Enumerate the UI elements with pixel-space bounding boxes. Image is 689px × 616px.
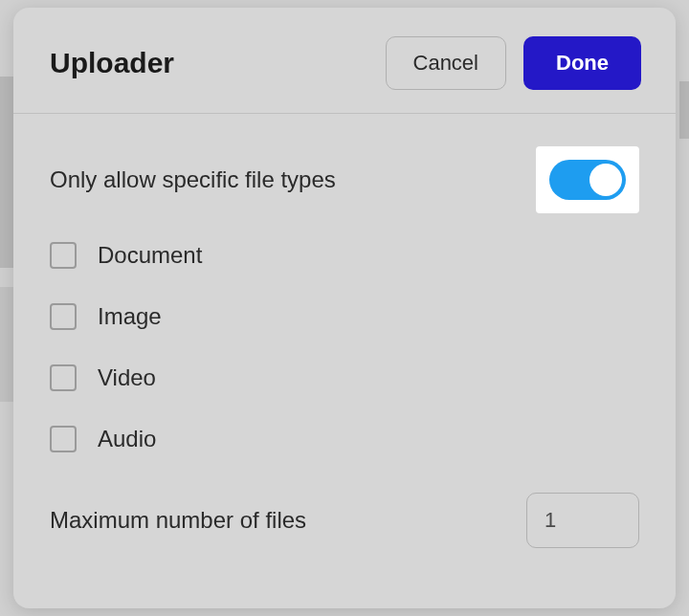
header-buttons: Cancel Done [386, 36, 641, 90]
max-files-label: Maximum number of files [50, 507, 306, 534]
checkbox-label-video: Video [98, 364, 156, 391]
allow-specific-label: Only allow specific file types [50, 166, 336, 193]
allow-specific-toggle[interactable] [549, 160, 626, 200]
max-files-row: Maximum number of files [50, 493, 639, 548]
allow-specific-row: Only allow specific file types [50, 146, 639, 213]
toggle-highlight [536, 146, 639, 213]
cancel-button[interactable]: Cancel [386, 36, 506, 90]
checkbox-video[interactable] [50, 364, 77, 391]
file-type-row-image: Image [50, 303, 639, 330]
file-type-row-video: Video [50, 364, 639, 391]
checkbox-document[interactable] [50, 242, 77, 269]
max-files-input[interactable] [526, 493, 639, 548]
dialog-body: Only allow specific file types Document … [13, 114, 676, 548]
dialog-title: Uploader [50, 47, 174, 79]
checkbox-image[interactable] [50, 303, 77, 330]
file-type-row-document: Document [50, 242, 639, 269]
file-type-row-audio: Audio [50, 426, 639, 452]
done-button[interactable]: Done [523, 36, 641, 90]
uploader-dialog: Uploader Cancel Done Only allow specific… [13, 8, 676, 608]
checkbox-audio[interactable] [50, 426, 77, 452]
checkbox-label-document: Document [98, 242, 202, 269]
checkbox-label-audio: Audio [98, 426, 156, 452]
file-type-list: Document Image Video Audio [50, 242, 639, 452]
dialog-header: Uploader Cancel Done [13, 8, 676, 114]
toggle-knob [589, 164, 622, 196]
checkbox-label-image: Image [98, 303, 162, 330]
